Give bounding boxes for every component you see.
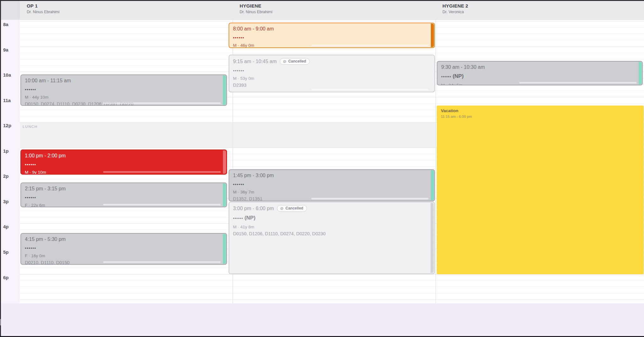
vacation-block[interactable]: Vacation 11:15 am - 6:00 pm [437, 106, 644, 274]
time-label: 5p [3, 249, 9, 255]
patient-name-row: ••••••(NP) [233, 215, 427, 221]
appointment-time: 10:00 am - 11:15 am [25, 78, 71, 84]
patient-name-masked: •••••• [233, 68, 427, 73]
column-title: HYGIENE 2 [442, 3, 644, 8]
time-label: 6p [3, 275, 9, 280]
appointment-hygiene-0915-cancelled[interactable]: 9:15 am - 10:45 am ⊘ Cancelled •••••• M … [229, 55, 435, 92]
time-label: 11a [3, 98, 11, 103]
procedure-codes: D2393 [233, 83, 427, 88]
appointment-scrollbar[interactable] [519, 82, 636, 84]
column-divider [436, 20, 436, 303]
cancelled-badge: ⊘ Cancelled [277, 205, 307, 212]
window-top-edge [0, 0, 644, 1]
appointment-hygiene-0800[interactable]: 8:00 am - 9:00 am •••••• M · 46y 0m [229, 23, 435, 48]
schedule-grid[interactable]: LUNCH 10:00 am - 11:15 am •••••• M · 44y… [20, 20, 644, 303]
new-patient-tag: (NP) [244, 215, 255, 221]
time-gutter: 8a9a10a11a12p1p2p3p4p5p6p [0, 20, 20, 303]
cancelled-icon: ⊘ [283, 59, 286, 63]
patient-demographics: M · 36y 7m [233, 190, 427, 194]
time-label: 1p [3, 148, 9, 154]
patient-name-masked: •••••• [25, 87, 219, 91]
appointment-scrollbar[interactable] [103, 102, 221, 104]
hour-gridline [20, 21, 644, 21]
appointment-scrollbar[interactable] [103, 171, 221, 173]
appointment-scrollbar[interactable] [311, 45, 429, 46]
vacation-title: Vacation [441, 108, 644, 113]
lunch-label: LUNCH [23, 125, 38, 128]
appointment-op1-1000[interactable]: 10:00 am - 11:15 am •••••• M · 44y 10m D… [20, 74, 227, 106]
column-header-hygiene[interactable]: HYGIENE Dr. Ninus Ebrahimi [233, 0, 436, 20]
column-header-op1[interactable]: OP 1 Dr. Ninus Ebrahimi [20, 0, 233, 20]
appointment-time: 8:00 am - 9:00 am [233, 26, 274, 32]
appointment-time: 2:15 pm - 3:15 pm [25, 186, 66, 192]
appointment-scrollbar[interactable] [311, 89, 429, 90]
column-provider: Dr. Veronica [442, 10, 644, 14]
schedule-screen: OP 1 Dr. Ninus Ebrahimi HYGIENE Dr. Ninu… [0, 0, 644, 337]
patient-demographics: M · 53y 0m [233, 76, 427, 81]
time-label: 4p [3, 224, 9, 229]
patient-demographics: F · 16y 0m [25, 253, 219, 258]
lunch-block: LUNCH [20, 122, 436, 148]
patient-name-masked: •••••• [25, 162, 219, 166]
column-header-bar: OP 1 Dr. Ninus Ebrahimi HYGIENE Dr. Ninu… [0, 0, 644, 20]
appointment-op1-1415[interactable]: 2:15 pm - 3:15 pm •••••• F · 22y 6m [20, 182, 227, 207]
cancelled-badge-label: Cancelled [286, 206, 303, 210]
column-provider: Dr. Ninus Ebrahimi [27, 10, 233, 14]
time-label: 10a [3, 72, 11, 78]
appointment-scrollbar[interactable] [103, 204, 221, 205]
appointment-scrollbar[interactable] [311, 198, 429, 199]
patient-name-masked: •••••• [25, 195, 219, 199]
patient-name-masked: •••••• [233, 216, 243, 220]
appointment-time: 3:00 pm - 6:00 pm [233, 206, 274, 211]
cancelled-badge-label: Cancelled [288, 59, 306, 63]
patient-demographics: M · 41y 8m [233, 225, 427, 229]
patient-name-masked: •••••• [233, 35, 427, 40]
appointment-hygiene-1500-cancelled[interactable]: 3:00 pm - 6:00 pm ⊘ Cancelled ••••••(NP)… [229, 202, 435, 274]
column-header-hygiene2[interactable]: HYGIENE 2 Dr. Veronica [436, 0, 644, 20]
appointment-op1-1300[interactable]: 1:00 pm - 2:00 pm •••••• M · 9y 10m [20, 149, 227, 175]
appointment-op1-1615[interactable]: 4:15 pm - 5:30 pm •••••• F · 16y 0m D021… [20, 233, 227, 265]
cancelled-icon: ⊘ [280, 206, 284, 210]
vacation-time: 11:15 am - 6:00 pm [441, 115, 644, 118]
appointment-scrollbar[interactable] [103, 261, 221, 263]
new-patient-tag: (NP) [452, 73, 464, 79]
cancelled-badge: ⊘ Cancelled [280, 58, 310, 65]
hour-gridline [20, 299, 644, 300]
appointment-time: 1:00 pm - 2:00 pm [25, 153, 66, 159]
patient-name-masked: •••••• [233, 182, 427, 186]
patient-name-row: ••••••(NP) [441, 73, 635, 79]
header-corner [0, 0, 20, 20]
procedure-codes: D0150, D1206, D1110, D0274, D0220, D0230 [233, 231, 427, 236]
time-label: 9a [3, 47, 8, 52]
appointment-scrollbar-vertical[interactable] [430, 203, 434, 273]
appointment-time: 9:15 am - 10:45 am [233, 59, 277, 64]
column-title: HYGIENE [240, 3, 436, 8]
appointment-hygiene-1345[interactable]: 1:45 pm - 3:00 pm •••••• M · 36y 7m D135… [229, 169, 435, 201]
patient-name-masked: •••••• [441, 74, 451, 79]
appointment-time: 9:30 am - 10:30 am [441, 64, 485, 70]
appointment-hygiene2-0930[interactable]: 9:30 am - 10:30 am ••••••(NP) M · 24y 5m [437, 61, 643, 85]
left-scrollbar-thumb[interactable] [0, 319, 1, 325]
appointment-time: 4:15 pm - 5:30 pm [25, 236, 66, 242]
appointment-time: 1:45 pm - 3:00 pm [233, 173, 274, 178]
column-provider: Dr. Ninus Ebrahimi [240, 10, 436, 14]
time-label: 3p [3, 199, 9, 204]
time-label: 12p [3, 123, 11, 128]
time-label: 8a [3, 22, 8, 27]
patient-name-masked: •••••• [25, 246, 219, 250]
patient-demographics: M · 44y 10m [25, 95, 219, 100]
left-scrollbar-track[interactable] [0, 0, 1, 337]
time-label: 2p [3, 173, 9, 179]
column-title: OP 1 [27, 3, 233, 8]
